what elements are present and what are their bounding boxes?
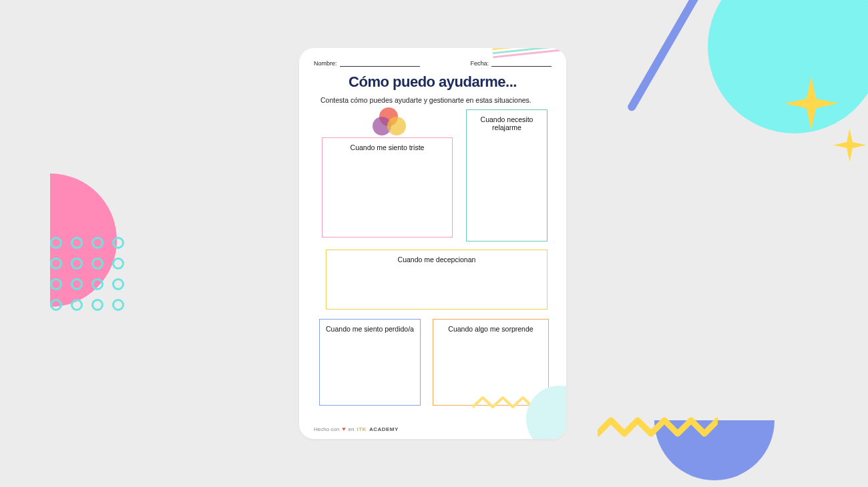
heart-icon: ♥ [342, 426, 345, 432]
name-label: Nombre: [314, 60, 337, 67]
box-label: Cuando algo me sorprende [433, 325, 548, 333]
footer-brand-suffix: ACADEMY [369, 426, 399, 432]
sparkle-icon [831, 127, 868, 163]
prompt-boxes-area: Cuando me siento triste Cuando necesito … [314, 109, 552, 416]
worksheet-title: Cómo puedo ayudarme... [314, 73, 552, 91]
zigzag-icon [598, 414, 718, 440]
worksheet-footer: Hecho con ♥ en ITKACADEMY [314, 426, 399, 432]
box-label: Cuando me decepcionan [327, 256, 547, 264]
box-label: Cuando me siento triste [322, 143, 452, 151]
bg-dot-grid [50, 237, 124, 311]
footer-in: en [349, 426, 355, 432]
box-label: Cuando me siento perdido/a [320, 325, 420, 333]
box-relajarme[interactable]: Cuando necesito relajarme [466, 109, 548, 241]
venn-icon [373, 107, 411, 137]
box-label: Cuando necesito relajarme [467, 115, 547, 131]
worksheet-subtitle: Contesta cómo puedes ayudarte y gestiona… [314, 96, 552, 104]
box-triste[interactable]: Cuando me siento triste [322, 137, 453, 237]
footer-made-with: Hecho con [314, 426, 339, 432]
date-label: Fecha: [470, 60, 489, 67]
name-input-line[interactable] [340, 61, 420, 67]
sparkle-icon [781, 73, 841, 133]
box-decepcionan[interactable]: Cuando me decepcionan [326, 250, 548, 310]
worksheet-card: Nombre: Fecha: Cómo puedo ayudarme... Co… [299, 48, 566, 439]
box-perdido[interactable]: Cuando me siento perdido/a [319, 319, 421, 406]
footer-brand-prefix: ITK [357, 426, 367, 432]
